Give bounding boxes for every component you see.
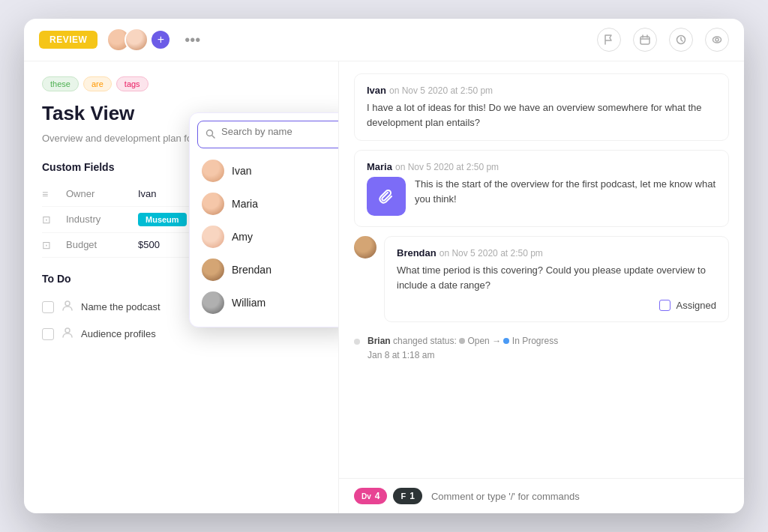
comment-time-maria: on Nov 5 2020 at 2:50 pm [395, 162, 499, 172]
user-name-brendan: Brendan [232, 264, 272, 276]
user-name-ivan: Ivan [232, 165, 251, 177]
assigned-label: Assigned [676, 300, 716, 311]
owner-label: Owner [66, 188, 126, 199]
user-dropdown: Ivan Maria Amy Brendan William [189, 112, 339, 327]
badge-figma-icon: F [400, 492, 406, 501]
user-item-brendan[interactable]: Brendan [197, 253, 339, 286]
status-to: In Progress [512, 336, 558, 346]
assigned-checkbox[interactable] [659, 300, 670, 311]
svg-point-4 [65, 301, 70, 306]
avatar-william [202, 291, 224, 314]
tags-row: these are tags [42, 76, 320, 91]
owner-icon: ≡ [42, 188, 54, 200]
industry-value[interactable]: Museum [138, 213, 187, 226]
left-panel: these are tags Task View Overview and de… [24, 61, 339, 513]
user-item-amy[interactable]: Amy [197, 220, 339, 253]
input-badges: Dv 4 F 1 [354, 488, 422, 504]
badge-dv[interactable]: Dv 4 [354, 488, 387, 504]
comment-text-brendan: What time period is this covering? Could… [397, 263, 716, 292]
flag-icon[interactable] [597, 28, 621, 52]
comment-time-ivan: on Nov 5 2020 at 2:50 pm [389, 85, 493, 96]
industry-label: Industry [66, 214, 126, 225]
user-item-maria[interactable]: Maria [197, 187, 339, 220]
comment-ivan: Ivan on Nov 5 2020 at 2:50 pm I have a l… [354, 73, 729, 141]
comment-maria: Maria on Nov 5 2020 at 2:50 pm This is t… [354, 150, 729, 227]
calendar-icon[interactable] [633, 28, 657, 52]
comment-brendan: Brendan on Nov 5 2020 at 2:50 pm What ti… [384, 236, 729, 322]
status-text: Brian changed status: Open → In Progress… [368, 334, 558, 363]
todo-text-1: Name the podcast [81, 301, 160, 312]
eye-icon[interactable] [705, 28, 729, 52]
user-name-maria: Maria [232, 198, 258, 210]
comment-input-bar: Dv 4 F 1 [339, 478, 744, 513]
svg-rect-0 [640, 37, 650, 44]
right-panel: Ivan on Nov 5 2020 at 2:50 pm I have a l… [339, 61, 744, 513]
search-icon [206, 129, 215, 141]
budget-value[interactable]: $500 [138, 239, 160, 250]
avatar-2[interactable] [124, 28, 148, 52]
dropdown-search-container [197, 121, 339, 148]
comment-text-maria: This is the start of the overview for th… [415, 177, 716, 206]
budget-icon: ⊡ [42, 239, 54, 251]
clock-icon[interactable] [669, 28, 693, 52]
header-avatars: + [106, 28, 170, 52]
comment-author-ivan: Ivan [367, 85, 386, 96]
user-name-william: William [232, 297, 266, 309]
comment-footer-brendan: Assigned [397, 300, 716, 311]
owner-value[interactable]: Ivan [138, 188, 157, 199]
status-action: changed status: [393, 336, 459, 346]
header-icons [597, 28, 729, 52]
person-icon-1 [62, 300, 74, 315]
comment-header-brendan: Brendan on Nov 5 2020 at 2:50 pm [397, 247, 716, 259]
user-item-ivan[interactable]: Ivan [197, 154, 339, 187]
main-content: these are tags Task View Overview and de… [24, 61, 744, 513]
industry-icon: ⊡ [42, 214, 54, 226]
comment-brendan-row: Brendan on Nov 5 2020 at 2:50 pm What ti… [354, 236, 729, 322]
svg-point-3 [716, 38, 718, 41]
add-avatar-button[interactable]: + [152, 31, 170, 49]
tag-these[interactable]: these [42, 76, 79, 91]
review-badge[interactable]: REVIEW [39, 31, 98, 49]
arrow-icon: → [492, 336, 503, 346]
status-author: Brian [368, 336, 391, 346]
comment-input[interactable] [431, 491, 729, 502]
attachment-thumbnail[interactable] [367, 177, 406, 216]
tag-tags[interactable]: tags [116, 76, 148, 91]
svg-point-2 [713, 37, 722, 43]
badge-dv-count: 4 [375, 491, 380, 501]
avatar-brendan-small [354, 236, 376, 259]
header: REVIEW + ••• [24, 19, 744, 61]
comment-header-ivan: Ivan on Nov 5 2020 at 2:50 pm [367, 85, 716, 96]
comment-time-brendan: on Nov 5 2020 at 2:50 pm [440, 248, 543, 259]
todo-text-2: Audience profiles [81, 328, 156, 339]
budget-label: Budget [66, 239, 126, 250]
comment-text-ivan: I have a lot of ideas for this! Do we ha… [367, 100, 716, 130]
svg-point-5 [65, 328, 70, 333]
comment-author-maria: Maria [367, 161, 392, 172]
status-circle-progress [503, 338, 509, 344]
svg-point-6 [207, 130, 213, 136]
comment-attachment-row: This is the start of the overview for th… [367, 177, 716, 216]
avatar-amy [202, 226, 224, 248]
more-options-button[interactable]: ••• [184, 31, 200, 49]
tag-are[interactable]: are [83, 76, 112, 91]
avatar-brendan [202, 259, 224, 281]
status-change: Brian changed status: Open → In Progress… [354, 331, 729, 366]
comment-header-maria: Maria on Nov 5 2020 at 2:50 pm [367, 161, 716, 172]
status-dot [354, 339, 360, 345]
avatar-maria [202, 193, 224, 215]
status-from: Open [467, 336, 489, 346]
app-window: REVIEW + ••• thes [24, 19, 744, 513]
status-circle-open [459, 338, 465, 344]
comments-area: Ivan on Nov 5 2020 at 2:50 pm I have a l… [339, 61, 744, 478]
comment-author-brendan: Brendan [397, 247, 436, 259]
status-time: Jan 8 at 1:18 am [368, 350, 434, 360]
user-name-amy: Amy [232, 231, 253, 243]
todo-checkbox-2[interactable] [42, 328, 54, 340]
search-input[interactable] [221, 126, 338, 137]
badge-figma[interactable]: F 1 [393, 488, 422, 504]
user-item-william[interactable]: William [197, 286, 339, 319]
person-icon-2 [62, 327, 74, 342]
avatar-ivan [202, 160, 224, 182]
todo-checkbox-1[interactable] [42, 301, 54, 313]
